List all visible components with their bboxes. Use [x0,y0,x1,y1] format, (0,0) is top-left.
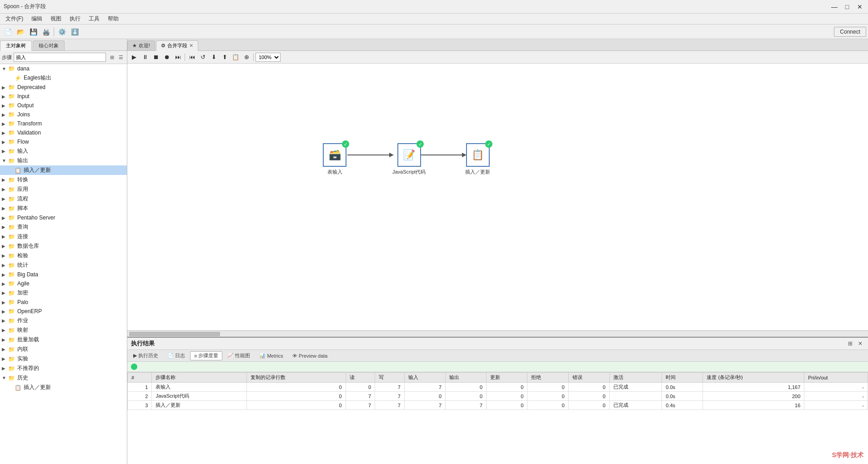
col-time: 时间 [662,373,703,383]
tree-item-lianjie[interactable]: ▶ 📁 连接 [0,232,127,241]
tree-item-pentaho[interactable]: ▶ 📁 Pentaho Server [0,213,127,222]
metrics2-icon: 📊 [259,353,266,359]
menu-tools[interactable]: 工具 [85,14,103,24]
tree-item-eagles[interactable]: ⚡ Eagles输出 [0,73,127,83]
folder-icon: 📁 [8,186,16,193]
node-table-input[interactable]: 🗃️ ✓ 表输入 [323,143,346,175]
minimize-button[interactable]: — [830,2,839,11]
toolbar-down[interactable]: ⬇️ [69,26,80,38]
export-button[interactable]: ⬆ [220,52,230,62]
tree-item-sjck[interactable]: ▶ 📁 数据仓库 [0,241,127,251]
tree-item-shuchu[interactable]: ▼ 📁 输出 [0,156,127,165]
bottom-tab-history[interactable]: ▶ 执行历史 [129,351,162,360]
tree-item-chaxun[interactable]: ▶ 📁 查询 [0,222,127,232]
close-button[interactable]: ✕ [855,2,864,11]
toolbar-save[interactable]: 💾 [27,26,39,38]
bottom-tab-log[interactable]: 📄 日志 [163,351,189,360]
tree-item-dana[interactable]: ▼ 📁 dana [0,64,127,73]
tab-core-objects[interactable]: 核心对象 [33,40,65,50]
tree-item-flow[interactable]: ▶ 📁 Flow [0,137,127,146]
arrow-icon: ▶ [2,206,8,211]
refresh-button[interactable]: ↺ [198,52,208,62]
bottom-tab-metrics[interactable]: ≡ 步骤度量 [190,351,222,360]
search-list-icon[interactable]: ☰ [117,53,125,61]
tree-item-piliang[interactable]: ▶ 📁 批量加载 [0,335,127,344]
results-table-container[interactable]: # 步骤名称 复制的记录行数 读 写 输入 输出 更新 拒绝 错误 激活 [127,372,868,464]
tree-item-jiaoben[interactable]: ▶ 📁 脚本 [0,204,127,213]
tree-item-zhuanhuan[interactable]: ▶ 📁 转换 [0,175,127,185]
tree-item-jiaoyan[interactable]: ▶ 📁 检验 [0,251,127,260]
tree-item-lishi[interactable]: ▼ 📁 历史 [0,373,127,383]
window-controls: — □ ✕ [830,2,864,11]
canvas-area[interactable]: 🗃️ ✓ 表输入 📝 ✓ JavaScript代码 [127,64,868,337]
toolbar-saveas[interactable]: 🖨️ [40,26,52,38]
connect-button[interactable]: Connect [834,27,866,37]
arrow-icon: ▶ [2,309,8,314]
tree-item-openerp[interactable]: ▶ 📁 OpenERP [0,307,127,316]
clipboard-button[interactable]: 📋 [231,52,241,62]
tree-item-input[interactable]: ▶ 📁 Input [0,92,127,101]
tree-item-tongji[interactable]: ▶ 📁 统计 [0,260,127,270]
add-button[interactable]: ⊕ [241,52,251,62]
node-insert-update[interactable]: 📋 ✓ 插入／更新 [465,143,490,175]
node-js-code[interactable]: 📝 ✓ JavaScript代码 [392,143,426,175]
zoom-select[interactable]: 50% 75% 100% 125% 150% 200% [256,53,281,62]
toolbar-open[interactable]: 📂 [15,26,26,38]
menu-edit[interactable]: 编辑 [28,14,46,24]
toolbar-settings[interactable]: ⚙️ [56,26,68,38]
bottom-tab-preview[interactable]: 👁 Preview data [288,351,332,360]
tree-item-bituijian[interactable]: ▶ 📁 不推荐的 [0,364,127,373]
replay-button[interactable]: ⏮ [187,52,197,62]
tab-merge-fields[interactable]: ⚙ 合并字段 ✕ [156,40,198,51]
tab-close-icon[interactable]: ✕ [189,43,193,49]
search-grid-icon[interactable]: ⊞ [108,53,116,61]
tree-item-insert-update-hist[interactable]: 📋 插入／更新 [0,383,127,392]
tree-item-shiyan[interactable]: ▶ 📁 实验 [0,354,127,364]
tree-item-zuoye[interactable]: ▶ 📁 作业 [0,316,127,325]
menu-view[interactable]: 视图 [47,14,65,24]
tab-welcome[interactable]: ★ 欢迎! [127,40,155,50]
tab-main-objects[interactable]: 主对象树 [0,40,32,51]
close-bottom-panel-button[interactable]: ✕ [856,339,864,348]
bottom-tab-perf[interactable]: 📈 性能图 [223,351,254,360]
arrow-icon: ▶ [2,263,8,268]
tree-item-palo[interactable]: ▶ 📁 Palo [0,298,127,307]
expand-icon[interactable]: ⊞ [846,339,854,348]
run-button[interactable]: ▶ [129,52,139,62]
col-pri: Pri/in/out [804,373,868,383]
right-panel: ★ 欢迎! ⚙ 合并字段 ✕ ▶ ⏸ ⏹ ⏺ ⏭ ⏮ ↺ ⬇ ⬆ 📋 ⊕ [127,39,868,464]
tree-container[interactable]: ▼ 📁 dana ⚡ Eagles输出 ▶ 📁 Deprecated ▶ 📁 I… [0,64,127,464]
tree-item-validation[interactable]: ▶ 📁 Validation [0,128,127,137]
import-button[interactable]: ⬇ [209,52,219,62]
arrow-icon: ▶ [2,112,8,117]
tree-item-output[interactable]: ▶ 📁 Output [0,101,127,110]
tree-item-agile[interactable]: ▶ 📁 Agile [0,279,127,288]
maximize-button[interactable]: □ [843,2,852,11]
menu-execute[interactable]: 执行 [66,14,84,24]
tree-item-jiami[interactable]: ▶ 📁 加密 [0,288,127,298]
tree-item-liucheng[interactable]: ▶ 📁 流程 [0,194,127,204]
toolbar-new[interactable]: 📄 [2,26,14,38]
tree-item-yingshe[interactable]: ▶ 📁 映射 [0,325,127,335]
record-button[interactable]: ⏺ [162,52,172,62]
tree-item-neilian[interactable]: ▶ 📁 内联 [0,344,127,354]
folder-icon: 📁 [8,177,16,183]
step-button[interactable]: ⏭ [173,52,183,62]
stop-button[interactable]: ⏹ [151,52,161,62]
tree-item-yingyong[interactable]: ▶ 📁 应用 [0,185,127,194]
search-input[interactable] [14,53,106,62]
canvas-scrollbar[interactable] [127,330,868,337]
tree-item-deprecated[interactable]: ▶ 📁 Deprecated [0,83,127,92]
tree-label: 数据仓库 [17,242,125,250]
tree-item-bigdata[interactable]: ▶ 📁 Big Data [0,270,127,279]
menu-help[interactable]: 帮助 [104,14,122,24]
menu-file[interactable]: 文件(F) [2,14,27,24]
bottom-tab-metrics2[interactable]: 📊 Metrics [255,351,287,360]
tree-item-insert-update[interactable]: 📋 插入／更新 [0,165,127,175]
tree-item-transform[interactable]: ▶ 📁 Transform [0,119,127,128]
tree-item-joins[interactable]: ▶ 📁 Joins [0,110,127,119]
tree-item-shuru[interactable]: ▶ 📁 输入 [0,146,127,156]
pause-button[interactable]: ⏸ [140,52,150,62]
scrollbar-thumb[interactable] [129,332,220,336]
tab-icon: ⚙ [161,43,166,49]
